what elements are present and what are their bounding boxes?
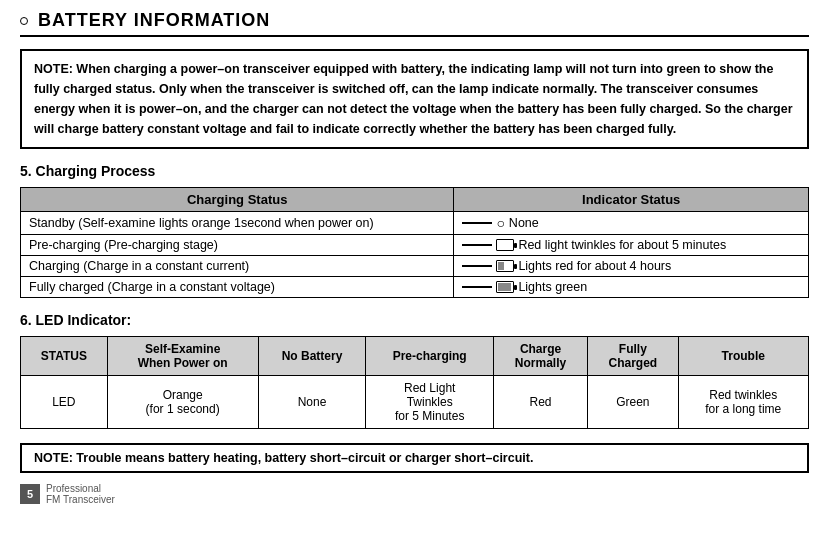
footer-line2: FM Transceiver <box>46 494 115 505</box>
charging-table: Charging Status Indicator Status Standby… <box>20 187 809 298</box>
led-red-twinkle: Red LightTwinklesfor 5 Minutes <box>366 376 493 429</box>
indicator-status-1: ○ None <box>454 212 809 235</box>
table-row: Standby (Self-examine lights orange 1sec… <box>21 212 809 235</box>
led-col-status: STATUS <box>21 337 108 376</box>
battery-partial-icon <box>496 260 514 272</box>
indicator-status-3: Lights red for about 4 hours <box>454 256 809 277</box>
footer-brand: Professional FM Transceiver <box>46 483 115 505</box>
indicator-text-3: Lights red for about 4 hours <box>518 259 671 273</box>
led-row-label: LED <box>21 376 108 429</box>
footer-line1: Professional <box>46 483 115 494</box>
line-icon <box>462 222 492 224</box>
line-icon <box>462 286 492 288</box>
led-orange: Orange(for 1 second) <box>107 376 258 429</box>
table-row: Charging (Charge in a constant current) … <box>21 256 809 277</box>
section5-title: 5. Charging Process <box>20 163 809 179</box>
table-row: Fully charged (Charge in a constant volt… <box>21 277 809 298</box>
note1-text: NOTE: When charging a power–on transceiv… <box>34 62 793 136</box>
none-symbol: ○ <box>496 215 504 231</box>
table-row: Pre-charging (Pre-charging stage) Red li… <box>21 235 809 256</box>
page-number: 5 <box>20 484 40 504</box>
led-red-long: Red twinklesfor a long time <box>678 376 808 429</box>
charging-status-2: Pre-charging (Pre-charging stage) <box>21 235 454 256</box>
section6-title: 6. LED Indicator: <box>20 312 809 328</box>
note-box-2: NOTE: Trouble means battery heating, bat… <box>20 443 809 473</box>
indicator-text-1: None <box>509 216 539 230</box>
led-col-no-battery: No Battery <box>258 337 366 376</box>
charging-col-header: Charging Status <box>21 188 454 212</box>
led-table: STATUS Self-ExamineWhen Power on No Batt… <box>20 336 809 429</box>
note-box-1: NOTE: When charging a power–on transceiv… <box>20 49 809 149</box>
charging-status-4: Fully charged (Charge in a constant volt… <box>21 277 454 298</box>
page-title: BATTERY INFORMATION <box>38 10 270 31</box>
led-col-trouble: Trouble <box>678 337 808 376</box>
led-col-pre-charging: Pre-charging <box>366 337 493 376</box>
led-data-row: LED Orange(for 1 second) None Red LightT… <box>21 376 809 429</box>
charging-status-1: Standby (Self-examine lights orange 1sec… <box>21 212 454 235</box>
page-header: BATTERY INFORMATION <box>20 10 809 37</box>
led-col-self-examine: Self-ExamineWhen Power on <box>107 337 258 376</box>
line-icon <box>462 265 492 267</box>
charging-status-3: Charging (Charge in a constant current) <box>21 256 454 277</box>
led-red: Red <box>493 376 587 429</box>
indicator-col-header: Indicator Status <box>454 188 809 212</box>
indicator-status-4: Lights green <box>454 277 809 298</box>
battery-empty-icon <box>496 239 514 251</box>
indicator-text-4: Lights green <box>518 280 587 294</box>
led-none: None <box>258 376 366 429</box>
led-col-charge-normally: ChargeNormally <box>493 337 587 376</box>
line-icon <box>462 244 492 246</box>
indicator-text-2: Red light twinkles for about 5 minutes <box>518 238 726 252</box>
battery-full-icon <box>496 281 514 293</box>
footer: 5 Professional FM Transceiver <box>20 483 809 505</box>
led-green: Green <box>588 376 678 429</box>
note2-text: NOTE: Trouble means battery heating, bat… <box>34 451 533 465</box>
header-dot-icon <box>20 17 28 25</box>
led-col-fully-charged: FullyCharged <box>588 337 678 376</box>
indicator-status-2: Red light twinkles for about 5 minutes <box>454 235 809 256</box>
